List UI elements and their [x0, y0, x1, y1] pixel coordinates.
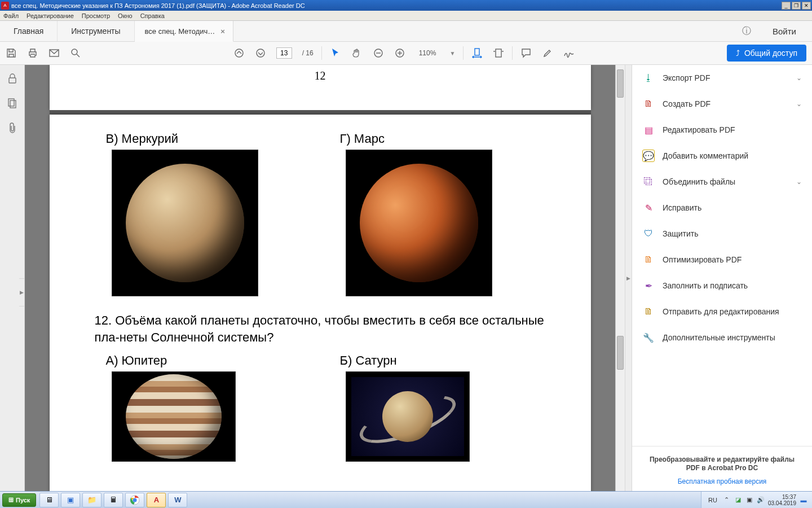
tool-row-0[interactable]: ⭳ Экспорт PDF ⌄: [632, 65, 812, 91]
tool-label: Оптимизировать PDF: [663, 255, 802, 264]
pdf-page-current: В) Меркурий Г) Марс 12. Объёма какой пла…: [50, 115, 591, 491]
zoom-out-icon[interactable]: [373, 47, 384, 59]
share-button[interactable]: ⤴ Общий доступ: [727, 45, 806, 62]
tray-chevron-icon[interactable]: ⌃: [723, 496, 731, 504]
login-button[interactable]: Войти: [757, 21, 812, 41]
menu-file[interactable]: Файл: [3, 12, 19, 19]
taskbar-word[interactable]: W: [168, 493, 187, 507]
tool-label: Создать PDF: [663, 99, 788, 108]
tool-icon: ⭳: [642, 72, 655, 84]
page-up-icon[interactable]: [233, 47, 245, 59]
tool-label: Исправить: [663, 203, 802, 212]
tray-volume-icon[interactable]: 🔊: [757, 496, 765, 504]
taskbar-chrome[interactable]: [125, 493, 144, 507]
svg-point-3: [235, 49, 243, 57]
tool-row-8[interactable]: ✒ Заполнить и подписать: [632, 273, 812, 299]
select-tool-icon[interactable]: [330, 47, 341, 59]
tool-row-5[interactable]: ✎ Исправить: [632, 195, 812, 221]
tab-close-icon[interactable]: ×: [220, 27, 225, 36]
right-tools-panel: ⭳ Экспорт PDF ⌄🗎 Создать PDF ⌄▤ Редактир…: [632, 65, 812, 491]
promo-box: Преобразовывайте и редактируйте файлы PD…: [632, 446, 812, 491]
vertical-scrollbar[interactable]: [615, 65, 625, 491]
attachments-icon[interactable]: [7, 122, 18, 134]
page-down-icon[interactable]: [255, 47, 266, 59]
taskbar-calculator[interactable]: 🖩: [104, 493, 123, 507]
menu-window[interactable]: Окно: [118, 12, 133, 19]
tool-row-4[interactable]: ⿻ Объединить файлы ⌄: [632, 169, 812, 195]
maximize-button[interactable]: ❐: [792, 2, 801, 10]
start-button[interactable]: ⊞ Пуск: [2, 493, 36, 507]
tab-tools[interactable]: Инструменты: [58, 21, 134, 41]
language-indicator[interactable]: RU: [706, 497, 720, 503]
document-scroll[interactable]: 12 В) Меркурий Г) Марс 12. Объёма какой …: [25, 65, 615, 491]
document-viewport: 12 В) Меркурий Г) Марс 12. Объёма какой …: [25, 65, 632, 491]
help-button[interactable]: ⓘ: [736, 21, 757, 41]
promo-heading: Преобразовывайте и редактируйте файлы PD…: [642, 456, 802, 473]
taskbar-acrobat[interactable]: A: [147, 493, 166, 507]
minimize-button[interactable]: _: [782, 2, 791, 10]
fit-width-icon[interactable]: [471, 47, 483, 59]
thumbnails-icon[interactable]: [7, 98, 18, 109]
zoom-dropdown-icon[interactable]: ▼: [449, 50, 455, 56]
tool-label: Редактировать PDF: [663, 125, 802, 134]
lock-icon[interactable]: [7, 73, 18, 84]
tool-label: Объединить файлы: [663, 177, 788, 186]
tool-row-10[interactable]: 🔧 Дополнительные инструменты: [632, 325, 812, 351]
chevron-down-icon: ⌄: [796, 100, 802, 108]
svg-rect-14: [9, 78, 16, 83]
tool-label: Защитить: [663, 229, 802, 238]
svg-rect-16: [10, 100, 16, 108]
system-tray: RU ⌃ ◪ ▣ 🔊 15:37 03.04.2019 ▬: [701, 492, 812, 508]
tool-icon: ✎: [642, 202, 655, 214]
tool-icon: 🗎: [642, 98, 655, 110]
menu-edit[interactable]: Редактирование: [27, 12, 74, 19]
taskbar-app-1[interactable]: 🖥: [39, 493, 59, 507]
scrollbar-thumb[interactable]: [617, 69, 624, 98]
tabstrip: Главная Инструменты все спец. Методич… ×…: [0, 21, 812, 42]
taskbar-explorer[interactable]: 📁: [82, 493, 102, 507]
scrollbar-thumb[interactable]: [617, 336, 624, 370]
zoom-value[interactable]: 110%: [416, 49, 440, 57]
taskbar-app-2[interactable]: ▣: [61, 493, 80, 507]
highlight-icon[interactable]: [542, 47, 553, 59]
tool-label: Дополнительные инструменты: [663, 333, 802, 342]
expand-left-panel[interactable]: ▶: [19, 278, 25, 306]
tool-row-2[interactable]: ▤ Редактировать PDF: [632, 117, 812, 143]
tab-home[interactable]: Главная: [0, 21, 58, 41]
comment-icon[interactable]: [520, 47, 532, 59]
svg-rect-15: [8, 99, 14, 106]
save-icon[interactable]: [6, 47, 17, 59]
menu-view[interactable]: Просмотр: [82, 12, 110, 19]
window-titlebar: A все спец. Методические указания к ПЗ А…: [0, 0, 812, 11]
tab-document[interactable]: все спец. Методич… ×: [135, 21, 233, 42]
tool-row-9[interactable]: 🗎 Отправить для редактирования: [632, 299, 812, 325]
page-total-label: / 16: [302, 49, 314, 57]
sign-icon[interactable]: [563, 47, 575, 59]
tool-row-7[interactable]: 🗎 Оптимизировать PDF: [632, 247, 812, 273]
tray-show-desktop[interactable]: ▬: [800, 496, 807, 504]
hand-tool-icon[interactable]: [351, 47, 363, 59]
promo-link[interactable]: Бесплатная пробная версия: [642, 478, 802, 485]
collapse-right-panel[interactable]: ▶: [625, 65, 632, 491]
tool-row-3[interactable]: 💬 Добавить комментарий: [632, 143, 812, 169]
close-button[interactable]: ✕: [802, 2, 811, 10]
tray-shield-icon[interactable]: ▣: [745, 496, 753, 504]
option-v-label: В) Меркурий: [106, 132, 312, 146]
saturn-image: [346, 371, 470, 462]
tray-date: 03.04.2019: [768, 500, 796, 506]
print-icon[interactable]: [27, 47, 38, 59]
page-number-input[interactable]: [276, 47, 292, 59]
tool-icon: ⿻: [642, 176, 655, 188]
menu-help[interactable]: Справка: [140, 12, 165, 19]
fit-page-icon[interactable]: [493, 47, 504, 59]
tray-clock[interactable]: 15:37 03.04.2019: [768, 494, 796, 506]
question-text: 12. Объёма какой планеты достаточно, что…: [95, 312, 546, 345]
search-icon[interactable]: [70, 47, 81, 59]
jupiter-image: [112, 371, 236, 462]
tool-row-6[interactable]: 🛡 Защитить: [632, 221, 812, 247]
toolbar: / 16 110% ▼ ⤴ Общий доступ: [0, 42, 812, 65]
tray-network-icon[interactable]: ◪: [734, 496, 742, 504]
mail-icon[interactable]: [48, 47, 60, 59]
zoom-in-icon[interactable]: [394, 47, 405, 59]
tool-row-1[interactable]: 🗎 Создать PDF ⌄: [632, 91, 812, 117]
